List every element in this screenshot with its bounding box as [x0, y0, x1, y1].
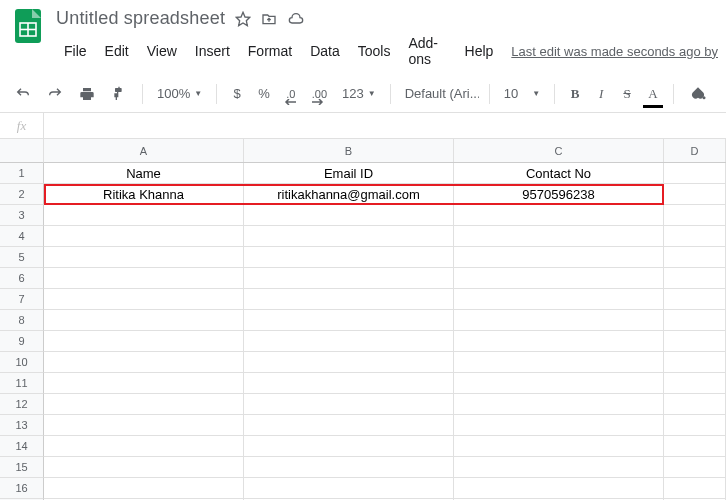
cell[interactable]	[44, 352, 244, 373]
decrease-decimal-button[interactable]: .0	[281, 84, 301, 104]
cell[interactable]	[244, 394, 454, 415]
number-format-dropdown[interactable]: 123▼	[338, 84, 380, 103]
cell[interactable]	[664, 478, 726, 499]
row-header[interactable]: 1	[0, 163, 44, 184]
cell[interactable]	[664, 373, 726, 394]
cell[interactable]	[244, 268, 454, 289]
cell[interactable]: Ritika Khanna	[44, 184, 244, 205]
row-header[interactable]: 10	[0, 352, 44, 373]
row-header[interactable]: 9	[0, 331, 44, 352]
cell[interactable]	[44, 289, 244, 310]
cell[interactable]	[244, 289, 454, 310]
cell[interactable]	[244, 457, 454, 478]
row-header[interactable]: 4	[0, 226, 44, 247]
cell[interactable]	[664, 205, 726, 226]
fill-color-button[interactable]	[684, 81, 712, 107]
cell[interactable]: Name	[44, 163, 244, 184]
bold-button[interactable]: B	[565, 82, 585, 106]
menu-file[interactable]: File	[56, 41, 95, 61]
increase-decimal-button[interactable]: .00	[307, 84, 332, 104]
currency-button[interactable]: $	[227, 82, 247, 105]
cell[interactable]	[44, 310, 244, 331]
cell[interactable]	[44, 331, 244, 352]
cell[interactable]	[44, 394, 244, 415]
font-dropdown[interactable]: Default (Ari...▼	[401, 84, 479, 103]
menu-insert[interactable]: Insert	[187, 41, 238, 61]
cell[interactable]	[44, 247, 244, 268]
cloud-status-icon[interactable]	[287, 11, 305, 27]
cell[interactable]	[664, 289, 726, 310]
cell[interactable]	[244, 373, 454, 394]
col-header-d[interactable]: D	[664, 139, 726, 162]
row-header[interactable]: 13	[0, 415, 44, 436]
cell[interactable]	[44, 436, 244, 457]
col-header-a[interactable]: A	[44, 139, 244, 162]
cell[interactable]	[244, 415, 454, 436]
cell[interactable]	[664, 415, 726, 436]
cell[interactable]	[664, 457, 726, 478]
cell[interactable]: 9570596238	[454, 184, 664, 205]
row-header[interactable]: 11	[0, 373, 44, 394]
cell[interactable]	[664, 163, 726, 184]
cell[interactable]: Email ID	[244, 163, 454, 184]
menu-data[interactable]: Data	[302, 41, 348, 61]
menu-addons[interactable]: Add-ons	[400, 33, 454, 69]
row-header[interactable]: 7	[0, 289, 44, 310]
percent-button[interactable]: %	[253, 82, 275, 105]
row-header[interactable]: 2	[0, 184, 44, 205]
cell[interactable]	[664, 226, 726, 247]
row-header[interactable]: 6	[0, 268, 44, 289]
cell[interactable]	[44, 226, 244, 247]
cell[interactable]	[454, 436, 664, 457]
zoom-dropdown[interactable]: 100%▼	[153, 84, 206, 103]
row-header[interactable]: 14	[0, 436, 44, 457]
cell[interactable]	[44, 415, 244, 436]
cell[interactable]	[454, 331, 664, 352]
star-icon[interactable]	[235, 11, 251, 27]
menu-format[interactable]: Format	[240, 41, 300, 61]
cell[interactable]	[454, 205, 664, 226]
cell[interactable]	[454, 415, 664, 436]
cell[interactable]	[244, 352, 454, 373]
cell[interactable]	[244, 478, 454, 499]
col-header-b[interactable]: B	[244, 139, 454, 162]
cell[interactable]	[44, 268, 244, 289]
cell[interactable]	[454, 268, 664, 289]
menu-help[interactable]: Help	[457, 41, 502, 61]
cell[interactable]	[244, 205, 454, 226]
cell[interactable]	[664, 310, 726, 331]
row-header[interactable]: 12	[0, 394, 44, 415]
cell[interactable]	[454, 457, 664, 478]
cell[interactable]	[664, 184, 726, 205]
cell[interactable]	[244, 310, 454, 331]
paint-format-button[interactable]	[106, 82, 132, 106]
sheets-logo[interactable]	[8, 6, 48, 46]
cell[interactable]	[664, 247, 726, 268]
italic-button[interactable]: I	[591, 82, 611, 106]
row-header[interactable]: 3	[0, 205, 44, 226]
formula-input[interactable]	[44, 113, 726, 138]
cell[interactable]	[664, 352, 726, 373]
row-header[interactable]: 8	[0, 310, 44, 331]
cell[interactable]	[454, 478, 664, 499]
row-header[interactable]: 16	[0, 478, 44, 499]
cell[interactable]: ritikakhanna@gmail.com	[244, 184, 454, 205]
cell[interactable]	[454, 247, 664, 268]
cell[interactable]	[454, 226, 664, 247]
cell[interactable]	[244, 436, 454, 457]
row-header[interactable]: 15	[0, 457, 44, 478]
cell[interactable]	[454, 289, 664, 310]
cell[interactable]	[664, 331, 726, 352]
strikethrough-button[interactable]: S	[617, 82, 637, 106]
move-icon[interactable]	[261, 11, 277, 27]
cell[interactable]	[44, 373, 244, 394]
text-color-button[interactable]: A	[643, 82, 663, 106]
document-title[interactable]: Untitled spreadsheet	[56, 8, 225, 29]
print-button[interactable]	[74, 82, 100, 106]
cell[interactable]	[244, 331, 454, 352]
row-header[interactable]: 5	[0, 247, 44, 268]
menu-view[interactable]: View	[139, 41, 185, 61]
cell[interactable]	[454, 394, 664, 415]
cell[interactable]	[664, 436, 726, 457]
cell[interactable]: Contact No	[454, 163, 664, 184]
